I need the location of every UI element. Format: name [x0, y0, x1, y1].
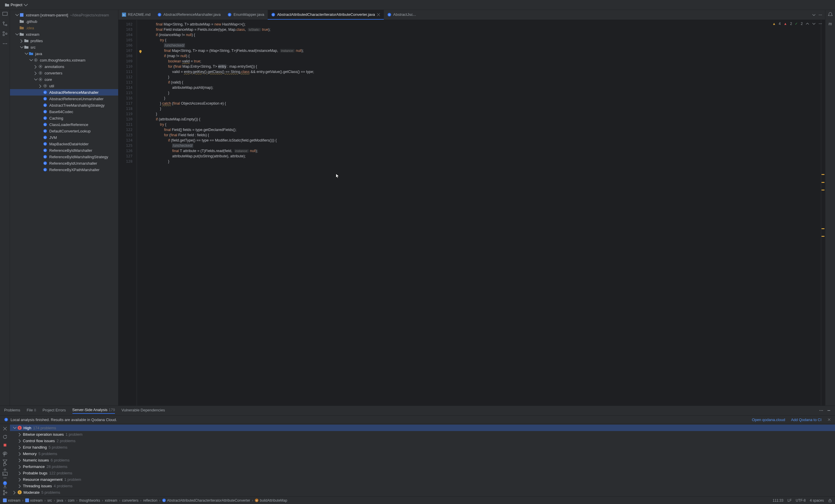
svg-text:m: m: [256, 500, 258, 502]
editor-tabs: M↓README.mdCAbstractReferenceMarshaller.…: [119, 10, 825, 20]
breadcrumb-item[interactable]: xstream: [25, 499, 43, 503]
problem-group[interactable]: Probable bugs122 problems: [10, 470, 835, 476]
svg-rect-72: [3, 499, 7, 502]
svg-text:C: C: [44, 110, 46, 113]
project-tree-panel: xstream [xstream-parent] ~/IdeaProjects/…: [10, 10, 119, 405]
editor-tab[interactable]: CAbstractJsc...: [384, 10, 420, 20]
method-icon: m: [255, 499, 259, 502]
problems-tab[interactable]: Vulnerable Dependencies: [121, 408, 165, 414]
tree-item[interactable]: .idea: [10, 25, 118, 31]
add-qodana-ci-link[interactable]: Add Qodana to CI: [791, 418, 821, 422]
tree-item[interactable]: src: [10, 44, 118, 50]
breadcrumb-item[interactable]: reflection: [143, 499, 158, 503]
tree-item[interactable]: .github: [10, 18, 118, 25]
tree-item[interactable]: util: [10, 83, 118, 89]
problem-group[interactable]: !Moderate5 problems: [10, 489, 835, 496]
run-icon[interactable]: [2, 462, 7, 467]
refresh-icon[interactable]: [3, 435, 7, 439]
tree-item[interactable]: profiles: [10, 38, 118, 44]
more-icon[interactable]: [819, 13, 822, 17]
stop-icon[interactable]: [3, 443, 7, 447]
more-icon[interactable]: [2, 41, 7, 46]
close-icon[interactable]: [3, 426, 7, 431]
chevron-down-icon[interactable]: [812, 22, 816, 25]
breadcrumb-item[interactable]: converters: [122, 499, 138, 503]
problem-group[interactable]: !High174 problems: [10, 425, 835, 431]
inspection-indicators[interactable]: ▲4 ▲2 ✓2: [772, 22, 822, 26]
minimize-icon[interactable]: [827, 408, 831, 413]
editor-tab[interactable]: CEnumMapper.java: [224, 10, 268, 20]
editor-tab[interactable]: CAbstractAttributedCharacterIteratorAttr…: [268, 10, 384, 20]
editor-tab[interactable]: CAbstractReferenceMarshaller.java: [154, 10, 224, 20]
close-tab-icon[interactable]: [377, 13, 380, 16]
tree-item[interactable]: core: [10, 76, 118, 83]
tree-item[interactable]: C AbstractReferenceMarshaller: [10, 89, 118, 96]
breadcrumb-item[interactable]: src: [47, 499, 52, 503]
breadcrumb-item[interactable]: CAbstractAttributedCharacterIteratorAttr…: [162, 499, 250, 503]
tree-item[interactable]: C Base64Codec: [10, 108, 118, 115]
tree-item[interactable]: C DefaultConverterLookup: [10, 128, 118, 134]
more-icon[interactable]: [819, 408, 823, 413]
chevron-up-icon[interactable]: [806, 22, 809, 25]
breadcrumb-item[interactable]: xstream: [105, 499, 117, 503]
git-icon[interactable]: [2, 490, 7, 495]
problems-tab[interactable]: File8: [27, 408, 36, 414]
breadcrumb-item[interactable]: thoughtworks: [79, 499, 100, 503]
problems-tab[interactable]: Problems: [4, 408, 20, 414]
maven-icon[interactable]: m: [829, 21, 832, 26]
tree-item[interactable]: C Caching: [10, 115, 118, 121]
svg-text:M↓: M↓: [123, 14, 125, 16]
encoding[interactable]: UTF-8: [796, 499, 806, 503]
code-editor[interactable]: final Map<String, T> attributeMap = new …: [144, 20, 821, 405]
structure-icon[interactable]: [2, 31, 7, 36]
breadcrumb-item[interactable]: java: [57, 499, 63, 503]
project-icon[interactable]: [2, 11, 7, 16]
problem-group[interactable]: Performance28 problems: [10, 463, 835, 470]
tree-item[interactable]: java: [10, 50, 118, 57]
vcs-icon[interactable]: [2, 21, 7, 26]
problem-group[interactable]: Control flow issues2 problems: [10, 438, 835, 444]
readonly-icon[interactable]: [828, 499, 832, 503]
tree-item[interactable]: C MapBackedDataHolder: [10, 141, 118, 147]
tree-item[interactable]: C ClassLoaderReference: [10, 121, 118, 128]
line-ending[interactable]: LF: [788, 499, 792, 503]
problems-tab[interactable]: Server-Side Analysis179: [73, 407, 115, 414]
tree-item[interactable]: converters: [10, 70, 118, 76]
problem-group[interactable]: Memory5 problems: [10, 450, 835, 457]
tree-item[interactable]: C ReferenceByIdMarshaller: [10, 147, 118, 153]
tree-item[interactable]: C AbstractTreeMarshallingStrategy: [10, 102, 118, 108]
svg-point-61: [819, 23, 819, 24]
problem-group[interactable]: Bitwise operation issues1 problem: [10, 431, 835, 438]
close-banner-icon[interactable]: [828, 418, 831, 421]
terminal-icon[interactable]: [2, 471, 7, 477]
breadcrumb-item[interactable]: xstream: [3, 499, 21, 503]
breadcrumb-item[interactable]: com: [68, 499, 75, 503]
tree-item[interactable]: C AbstractReferenceUnmarshaller: [10, 96, 118, 102]
problem-group[interactable]: Numeric issues6 problems: [10, 457, 835, 463]
tree-item[interactable]: C JVM: [10, 134, 118, 141]
cursor-position[interactable]: 111:33: [773, 499, 783, 503]
editor-tab[interactable]: M↓README.md: [119, 10, 154, 20]
project-tool-button[interactable]: Project: [2, 1, 30, 8]
indent[interactable]: 4 spaces: [810, 499, 824, 503]
tree-item[interactable]: C ReferenceByIdUnmarshaller: [10, 160, 118, 166]
problems-tool-icon[interactable]: !: [2, 481, 7, 486]
problem-group[interactable]: Resource management1 problem: [10, 476, 835, 483]
tree-item[interactable]: xstream: [10, 31, 118, 38]
intention-bulb-icon[interactable]: [138, 49, 142, 54]
more-icon[interactable]: [819, 22, 822, 25]
notifications-icon[interactable]: [828, 12, 833, 17]
tree-item[interactable]: annotations: [10, 63, 118, 70]
problem-group[interactable]: Threading issues4 problems: [10, 483, 835, 489]
tree-root[interactable]: xstream [xstream-parent] ~/IdeaProjects/…: [10, 12, 118, 18]
problem-group[interactable]: Error handling5 problems: [10, 444, 835, 450]
problems-tab[interactable]: Project Errors: [42, 408, 66, 414]
breadcrumb-item[interactable]: mbuildAttributeMap: [255, 499, 287, 503]
error-stripe[interactable]: [821, 20, 825, 405]
tree-item[interactable]: C ReferenceByXPathMarshaller: [10, 166, 118, 173]
tree-item[interactable]: C ReferenceByIdMarshallingStrategy: [10, 153, 118, 160]
todo-icon[interactable]: T: [2, 453, 7, 458]
tree-item[interactable]: com.thoughtworks.xstream: [10, 57, 118, 63]
chevron-down-icon[interactable]: [812, 13, 816, 17]
open-qodana-link[interactable]: Open qodana.cloud: [752, 418, 785, 422]
